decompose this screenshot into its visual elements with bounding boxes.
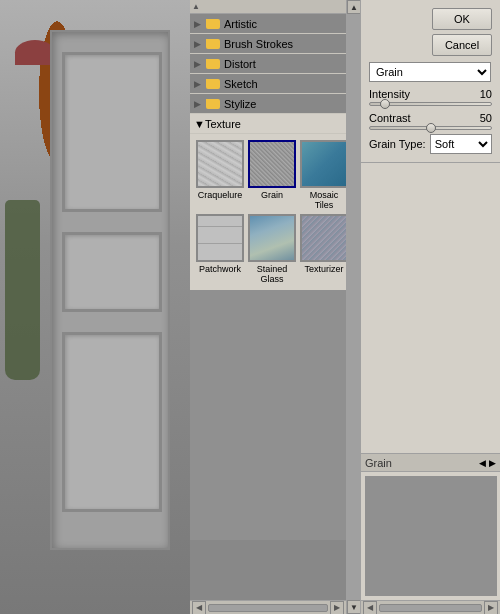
- contrast-slider-track[interactable]: [369, 126, 492, 130]
- intensity-slider-track[interactable]: [369, 102, 492, 106]
- filter-thumb-patchwork[interactable]: Patchwork: [196, 214, 244, 284]
- sidebar-item-distort[interactable]: ▶ Distort: [190, 54, 346, 74]
- filter-scroll-up-icon[interactable]: ▲: [192, 2, 200, 11]
- preview-icon-2[interactable]: ▶: [489, 458, 496, 468]
- preview-panel: Grain ◀ ▶ ◀ ▶: [361, 453, 500, 614]
- stained-glass-label: Stained Glass: [248, 264, 296, 284]
- sketch-label: Sketch: [224, 78, 258, 90]
- filter-category-list: ▶ Artistic ▶ Brush Strokes ▶ Distort ▶ S…: [190, 14, 346, 600]
- cancel-button[interactable]: Cancel: [432, 34, 492, 56]
- stylize-label: Stylize: [224, 98, 256, 110]
- v-scroll-down-btn[interactable]: ▼: [347, 600, 361, 614]
- sidebar-item-stylize[interactable]: ▶ Stylize: [190, 94, 346, 114]
- v-scroll-up-btn[interactable]: ▲: [347, 0, 361, 14]
- preview-thumbnail: [365, 476, 497, 596]
- expand-arrow-icon: ▶: [194, 39, 204, 49]
- v-scroll-track[interactable]: [347, 14, 360, 600]
- patchwork-label: Patchwork: [199, 264, 241, 274]
- contrast-control: Contrast 50: [369, 112, 492, 130]
- filter-thumb-stained-glass[interactable]: Stained Glass: [248, 214, 296, 284]
- collapse-arrow-icon: ▼: [194, 118, 205, 130]
- controls-spacer: [361, 163, 500, 453]
- scroll-right-btn[interactable]: ▶: [330, 601, 344, 615]
- intensity-label: Intensity: [369, 88, 410, 100]
- filter-select[interactable]: Grain: [369, 62, 491, 82]
- filter-thumb-grain[interactable]: Grain: [248, 140, 296, 210]
- filter-thumb-craquelure[interactable]: Craquelure: [196, 140, 244, 210]
- preview-h-track[interactable]: [379, 604, 482, 612]
- texturizer-label: Texturizer: [304, 264, 343, 274]
- cancel-row: Cancel: [369, 34, 492, 56]
- sidebar-item-sketch[interactable]: ▶ Sketch: [190, 74, 346, 94]
- folder-icon: [206, 19, 220, 29]
- main-preview-area: [190, 290, 346, 540]
- mosaic-tiles-preview: [300, 140, 346, 188]
- expand-arrow-icon: ▶: [194, 59, 204, 69]
- intensity-value: 10: [464, 88, 492, 100]
- contrast-label: Contrast: [369, 112, 411, 124]
- grain-type-row: Grain Type: Soft: [369, 134, 492, 154]
- sidebar-item-artistic[interactable]: ▶ Artistic: [190, 14, 346, 34]
- expand-arrow-icon: ▶: [194, 99, 204, 109]
- scroll-left-btn[interactable]: ◀: [192, 601, 206, 615]
- hat-decoration: [15, 40, 55, 65]
- filter-dropdown-row: Grain: [369, 62, 492, 82]
- preview-scroll-left-btn[interactable]: ◀: [363, 601, 377, 615]
- h-scrollbar-track[interactable]: [208, 604, 328, 612]
- stained-glass-preview: [248, 214, 296, 262]
- coat-decoration: [5, 200, 40, 380]
- grain-label: Grain: [261, 190, 283, 200]
- grain-type-label: Grain Type:: [369, 138, 426, 150]
- sidebar-item-texture[interactable]: ▼ Texture: [190, 114, 346, 134]
- door-decoration: [50, 30, 170, 550]
- filter-list-header: ▲: [190, 0, 346, 14]
- patchwork-preview: [196, 214, 244, 262]
- photo-panel: [0, 0, 190, 614]
- filter-v-scrollbar[interactable]: ▲ ▼: [346, 0, 360, 614]
- brush-strokes-label: Brush Strokes: [224, 38, 293, 50]
- preview-scroll-right-btn[interactable]: ▶: [484, 601, 498, 615]
- controls-panel: OK Cancel Grain Intensity 10 Contrast: [360, 0, 500, 614]
- folder-icon: [206, 59, 220, 69]
- texture-thumbnail-grid: Craquelure Grain Mosaic Tiles: [190, 134, 346, 290]
- artistic-label: Artistic: [224, 18, 257, 30]
- sidebar-item-brush-strokes[interactable]: ▶ Brush Strokes: [190, 34, 346, 54]
- preview-header-icons: ◀ ▶: [479, 458, 496, 468]
- preview-icon-1[interactable]: ◀: [479, 458, 486, 468]
- expand-arrow-icon: ▶: [194, 79, 204, 89]
- expand-arrow-icon: ▶: [194, 19, 204, 29]
- controls-top-section: OK Cancel Grain Intensity 10 Contrast: [361, 0, 500, 163]
- filter-thumb-mosaic-tiles[interactable]: Mosaic Tiles: [300, 140, 346, 210]
- intensity-control: Intensity 10: [369, 88, 492, 106]
- texturizer-preview: [300, 214, 346, 262]
- preview-header: Grain ◀ ▶: [361, 454, 500, 472]
- contrast-value: 50: [464, 112, 492, 124]
- texture-label: Texture: [205, 118, 241, 130]
- contrast-slider-thumb[interactable]: [426, 123, 436, 133]
- folder-icon: [206, 79, 220, 89]
- filter-panel: ▲ ▶ Artistic ▶ Brush Strokes ▶ Distort ▶: [190, 0, 360, 614]
- ok-button[interactable]: OK: [432, 8, 492, 30]
- intensity-slider-thumb[interactable]: [380, 99, 390, 109]
- intensity-label-row: Intensity 10: [369, 88, 492, 100]
- grain-preview: [248, 140, 296, 188]
- mosaic-tiles-label: Mosaic Tiles: [300, 190, 346, 210]
- craquelure-preview: [196, 140, 244, 188]
- folder-icon: [206, 39, 220, 49]
- grain-type-select[interactable]: Soft: [430, 134, 492, 154]
- folder-icon: [206, 99, 220, 109]
- distort-label: Distort: [224, 58, 256, 70]
- filter-thumb-texturizer[interactable]: Texturizer: [300, 214, 346, 284]
- ok-cancel-row: OK: [369, 8, 492, 30]
- preview-header-label: Grain: [365, 457, 392, 469]
- preview-h-scrollbar[interactable]: ◀ ▶: [361, 600, 500, 614]
- filter-h-scrollbar[interactable]: ◀ ▶: [190, 600, 346, 614]
- craquelure-label: Craquelure: [198, 190, 243, 200]
